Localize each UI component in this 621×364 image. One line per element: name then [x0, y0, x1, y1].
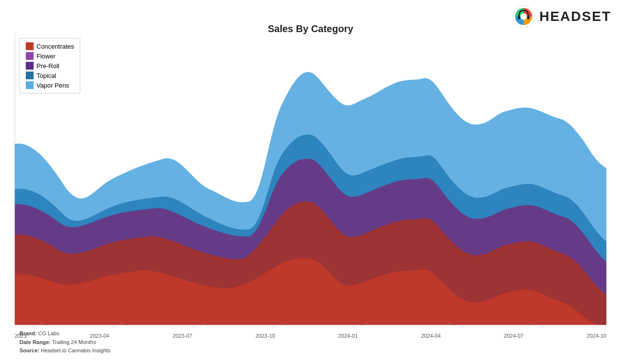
- page-container: HEADSET Sales By Category Concentrates F…: [0, 0, 621, 364]
- footer-info: Brand: CG Labs Date Range: Trailing 24 M…: [19, 329, 110, 355]
- headset-logo-icon: [512, 5, 535, 28]
- source-value: Headset.io Cannabis Insights: [41, 347, 110, 353]
- chart-area: [15, 33, 606, 325]
- svg-rect-3: [527, 16, 530, 19]
- x-label-2023-07: 2023-07: [173, 333, 192, 339]
- date-range-label: Date Range:: [19, 339, 51, 345]
- source-label: Source:: [19, 347, 39, 353]
- x-label-2024-01: 2024-01: [338, 333, 358, 339]
- x-label-2024-04: 2024-04: [421, 333, 440, 339]
- brand-label: Brand:: [19, 330, 37, 336]
- svg-point-1: [521, 14, 527, 20]
- chart-svg: [15, 33, 606, 325]
- date-range-value: Trailing 24 Months: [52, 339, 96, 345]
- logo-area: HEADSET: [512, 5, 611, 28]
- x-label-2024-10: 2024-10: [587, 333, 606, 339]
- x-label-2023-10: 2023-10: [256, 333, 275, 339]
- logo-text: HEADSET: [539, 9, 611, 24]
- x-label-2024-07: 2024-07: [504, 333, 523, 339]
- svg-rect-2: [518, 16, 520, 19]
- brand-value: CG Labs: [38, 330, 59, 336]
